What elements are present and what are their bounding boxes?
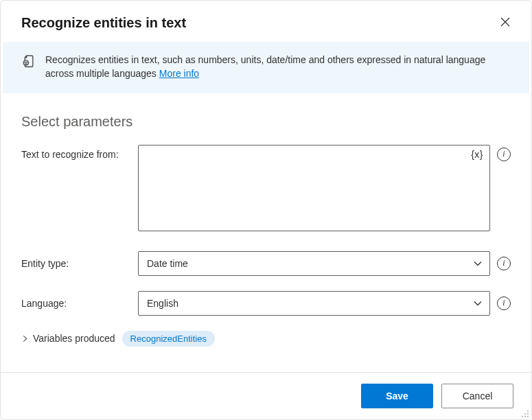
save-button[interactable]: Save <box>361 384 433 408</box>
entity-type-value: Date time <box>147 258 188 269</box>
close-button[interactable] <box>496 13 515 32</box>
entities-icon <box>22 54 36 70</box>
variables-label: Variables produced <box>33 333 115 344</box>
more-info-link[interactable]: More info <box>159 68 199 79</box>
variables-toggle[interactable]: Variables produced <box>21 333 115 344</box>
chevron-right-icon <box>21 335 29 342</box>
text-input-wrap: {x} <box>138 145 490 233</box>
param-row-text: Text to recognize from: {x} i <box>21 145 511 233</box>
param-label-text: Text to recognize from: <box>21 145 138 160</box>
dialog-header: Recognize entities in text <box>1 1 531 42</box>
dialog-body: Select parameters Text to recognize from… <box>1 93 531 372</box>
info-icon[interactable]: i <box>497 296 511 310</box>
svg-point-3 <box>25 62 25 62</box>
variables-produced-row: Variables produced RecognizedEntities <box>21 331 511 347</box>
info-icon[interactable]: i <box>497 257 511 270</box>
dialog-title: Recognize entities in text <box>21 15 496 31</box>
cancel-button[interactable]: Cancel <box>441 384 513 408</box>
info-icon[interactable]: i <box>497 148 511 161</box>
section-title: Select parameters <box>21 114 511 130</box>
close-icon <box>500 17 510 29</box>
dialog: Recognize entities in text Recognizes en <box>0 0 532 420</box>
entity-type-select[interactable]: Date time <box>138 251 490 276</box>
variable-badge[interactable]: RecognizedEntities <box>122 331 215 347</box>
language-select[interactable]: English <box>138 291 490 316</box>
text-input[interactable] <box>138 145 490 231</box>
param-label-entity-type: Entity type: <box>21 258 138 269</box>
dialog-footer: Save Cancel <box>1 372 531 419</box>
param-row-entity-type: Entity type: Date time i <box>21 251 511 276</box>
svg-point-4 <box>27 62 27 62</box>
language-value: English <box>147 298 178 309</box>
banner-description: Recognizes entities in text, such as num… <box>45 54 485 79</box>
insert-variable-button[interactable]: {x} <box>471 149 483 160</box>
chevron-down-icon <box>473 299 483 308</box>
banner-text: Recognizes entities in text, such as num… <box>45 53 511 81</box>
info-banner: Recognizes entities in text, such as num… <box>3 42 529 93</box>
param-row-language: Language: English i <box>21 291 511 316</box>
chevron-down-icon <box>473 259 483 268</box>
param-label-language: Language: <box>21 298 138 309</box>
